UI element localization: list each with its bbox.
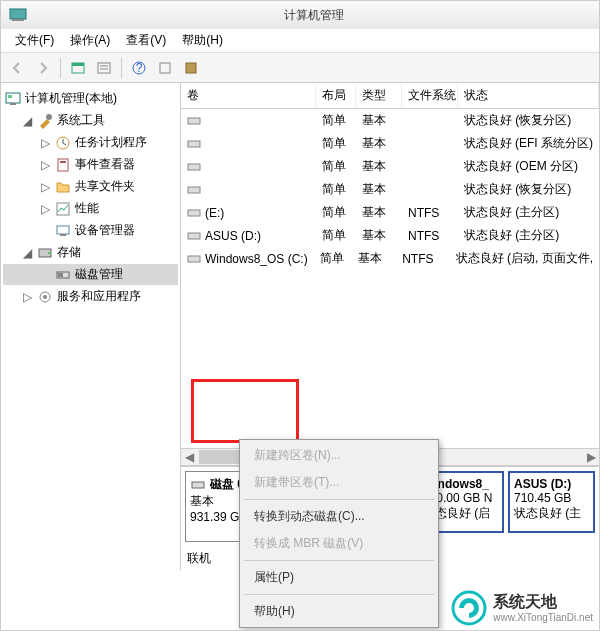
tree-perf[interactable]: ▷ 性能 [3, 198, 178, 219]
scroll-left-icon[interactable]: ◀ [181, 449, 197, 465]
expand-icon[interactable]: ◢ [21, 246, 33, 260]
tree-services-label: 服务和应用程序 [57, 288, 141, 305]
svg-rect-31 [188, 256, 200, 262]
vol-fs [402, 155, 458, 178]
window-title: 计算机管理 [29, 7, 599, 24]
collapse-icon[interactable]: ▷ [39, 136, 51, 150]
vol-layout: 简单 [316, 178, 356, 201]
volume-row[interactable]: 简单基本状态良好 (恢复分区) [181, 178, 599, 201]
svg-rect-28 [188, 187, 200, 193]
tree-task[interactable]: ▷ 任务计划程序 [3, 132, 178, 153]
svg-rect-15 [60, 161, 66, 163]
vol-fs: NTFS [396, 247, 449, 270]
view-button[interactable] [66, 56, 90, 80]
vol-type: 基本 [356, 201, 402, 224]
monitor-icon [5, 91, 21, 107]
vol-layout: 简单 [316, 224, 356, 247]
ctx-properties[interactable]: 属性(P) [240, 564, 438, 591]
watermark: 系统天地 www.XiTongTianDi.net [451, 590, 593, 626]
ctx-convert-dynamic[interactable]: 转换到动态磁盘(C)... [240, 503, 438, 530]
menu-action[interactable]: 操作(A) [64, 30, 116, 51]
svg-point-24 [43, 295, 47, 299]
collapse-icon[interactable]: ▷ [39, 202, 51, 216]
tree-storage[interactable]: ◢ 存储 [3, 242, 178, 263]
collapse-icon[interactable]: ▷ [39, 158, 51, 172]
volume-row[interactable]: 简单基本状态良好 (恢复分区) [181, 109, 599, 132]
tree-task-label: 任务计划程序 [75, 134, 147, 151]
menu-help[interactable]: 帮助(H) [176, 30, 229, 51]
vol-status: 状态良好 (OEM 分区) [458, 155, 599, 178]
separator [244, 594, 434, 595]
ctx-new-span: 新建跨区卷(N)... [240, 442, 438, 469]
tree-event-label: 事件查看器 [75, 156, 135, 173]
svg-rect-7 [160, 63, 170, 73]
col-layout[interactable]: 布局 [316, 83, 356, 108]
svg-rect-22 [58, 273, 63, 277]
col-fs[interactable]: 文件系统 [402, 83, 458, 108]
menu-view[interactable]: 查看(V) [120, 30, 172, 51]
properties-button[interactable] [179, 56, 203, 80]
vol-status: 状态良好 (启动, 页面文件, [450, 247, 599, 270]
vol-status: 状态良好 (恢复分区) [458, 109, 599, 132]
disk-icon [190, 477, 206, 493]
menu-bar: 文件(F) 操作(A) 查看(V) 帮助(H) [1, 29, 599, 53]
services-icon [37, 289, 53, 305]
folder-icon [55, 179, 71, 195]
separator [60, 58, 61, 78]
collapse-icon[interactable]: ▷ [21, 290, 33, 304]
svg-rect-17 [57, 226, 69, 234]
svg-text:?: ? [136, 61, 143, 75]
tree-systools[interactable]: ◢ 系统工具 [3, 110, 178, 131]
toolbar: ? [1, 53, 599, 83]
tree-shared[interactable]: ▷ 共享文件夹 [3, 176, 178, 197]
svg-rect-32 [192, 482, 204, 488]
volume-row[interactable]: 简单基本状态良好 (OEM 分区) [181, 155, 599, 178]
separator [121, 58, 122, 78]
ctx-new-stripe: 新建带区卷(T)... [240, 469, 438, 496]
collapse-icon[interactable]: ▷ [39, 180, 51, 194]
tree-diskmgmt-label: 磁盘管理 [75, 266, 123, 283]
svg-rect-10 [8, 95, 12, 98]
watermark-url: www.XiTongTianDi.net [493, 612, 593, 624]
menu-file[interactable]: 文件(F) [9, 30, 60, 51]
separator [244, 499, 434, 500]
col-type[interactable]: 类型 [356, 83, 402, 108]
refresh-button[interactable] [92, 56, 116, 80]
vol-name: ASUS (D:) [205, 229, 261, 243]
vol-layout: 简单 [316, 109, 356, 132]
volume-row[interactable]: 简单基本状态良好 (EFI 系统分区) [181, 132, 599, 155]
vol-status: 状态良好 (主分区) [458, 201, 599, 224]
expand-icon[interactable]: ◢ [21, 114, 33, 128]
volume-row[interactable]: Windows8_OS (C:)简单基本NTFS状态良好 (启动, 页面文件, [181, 247, 599, 270]
tree-services[interactable]: ▷ 服务和应用程序 [3, 286, 178, 307]
action-button[interactable] [153, 56, 177, 80]
drive-icon [187, 137, 201, 151]
back-button [5, 56, 29, 80]
tree-devmgr[interactable]: 设备管理器 [3, 220, 178, 241]
svg-rect-26 [188, 141, 200, 147]
tree-shared-label: 共享文件夹 [75, 178, 135, 195]
separator [244, 560, 434, 561]
ctx-help[interactable]: 帮助(H) [240, 598, 438, 625]
forward-button [31, 56, 55, 80]
svg-rect-4 [98, 63, 110, 73]
tree-event[interactable]: ▷ 事件查看器 [3, 154, 178, 175]
help-button[interactable]: ? [127, 56, 151, 80]
disk-online: 联机 [187, 550, 211, 567]
vol-layout: 简单 [316, 132, 356, 155]
disk-partition[interactable]: ASUS (D:)710.45 GB状态良好 (主 [508, 471, 595, 533]
svg-rect-1 [12, 19, 24, 21]
tree-diskmgmt[interactable]: 磁盘管理 [3, 264, 178, 285]
svg-rect-30 [188, 233, 200, 239]
volume-row[interactable]: ASUS (D:)简单基本NTFS状态良好 (主分区) [181, 224, 599, 247]
vol-layout: 简单 [316, 155, 356, 178]
col-volume[interactable]: 卷 [181, 83, 316, 108]
col-status[interactable]: 状态 [458, 83, 599, 108]
svg-rect-29 [188, 210, 200, 216]
perf-icon [55, 201, 71, 217]
tree-root[interactable]: 计算机管理(本地) [3, 88, 178, 109]
drive-icon [187, 229, 201, 243]
scroll-right-icon[interactable]: ▶ [583, 449, 599, 465]
volume-row[interactable]: (E:)简单基本NTFS状态良好 (主分区) [181, 201, 599, 224]
tools-icon [37, 113, 53, 129]
